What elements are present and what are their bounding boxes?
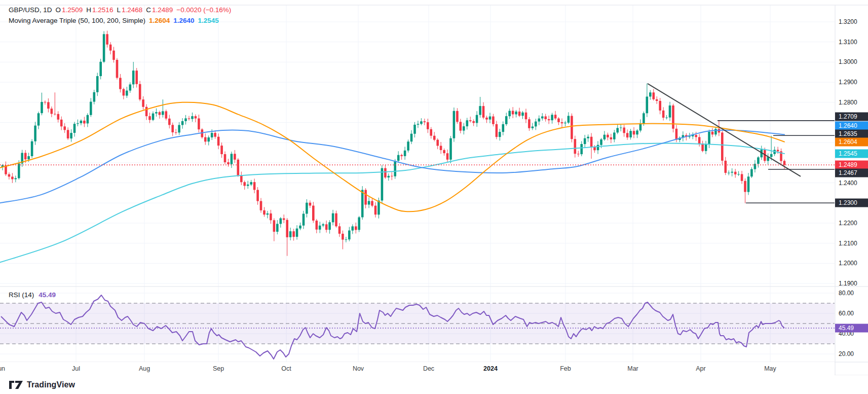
candle-up [597,145,599,151]
candle-up [508,111,511,117]
rsi-band [0,303,835,344]
candle-up [541,117,544,119]
month-label: Jun [0,365,5,372]
candle-down [123,89,125,96]
ma-legend-row[interactable]: Moving Average Triple (50, 100, 200, Sim… [9,17,231,27]
candle-down [656,99,658,101]
candle-up [152,114,155,120]
symbol-legend-row[interactable]: GBP/USD, 1D O1.2509 H1.2516 L1.2468 C1.2… [9,6,231,17]
price-tick-label: 1.3200 [839,18,857,25]
candle-down [165,111,168,118]
candle-down [195,116,197,118]
candle-up [96,76,99,92]
candle-up [247,185,249,186]
candle-up [99,62,102,76]
candle-down [283,219,285,220]
candle-up [466,120,469,126]
tradingview-brand-text[interactable]: TradingView [27,380,75,389]
chart-canvas[interactable] [0,0,868,394]
candle-down [659,101,661,111]
candle-up [728,173,730,173]
candle-up [643,113,645,123]
candle-up [191,116,194,119]
ma50-value: 1.2604 [149,17,170,24]
price-tick-label: 1.2000 [839,260,857,267]
price-axis[interactable]: 1.32001.31001.30001.29001.28001.24001.22… [835,0,868,375]
candle-down [57,114,60,120]
candle-up [413,125,416,134]
candle-up [155,112,158,114]
candle-up [211,133,213,137]
candle-up [319,226,321,230]
candle-down [525,113,527,119]
candle-down [472,121,475,123]
candle-down [292,231,295,237]
candle-down [777,150,779,152]
price-tick-label: 1.2100 [839,240,857,247]
candle-up [93,92,96,102]
candle-down [460,122,462,130]
candle-up [207,137,210,141]
candle-down [60,120,63,127]
candle-up [184,118,187,121]
candle-up [669,105,671,118]
time-axis[interactable]: JunJulAugSepOctNovDec2024FebMarAprMay [0,362,835,375]
candle-down [237,160,240,175]
candle-up [280,219,282,224]
rsi-legend-row[interactable]: RSI (14) 45.49 [9,291,56,299]
candle-up [505,116,508,124]
candle-up [77,123,79,124]
candle-up [37,113,40,125]
candle-down [623,128,625,133]
candle-up [381,168,384,201]
candle-up [103,34,105,62]
candle-down [364,190,367,205]
candle-up [770,154,773,157]
candle-down [711,132,714,135]
candle-up [551,115,553,120]
candle-up [27,156,30,159]
candle-up [564,123,567,123]
ohlc-low: L1.2468 [117,6,142,14]
candle-down [548,119,550,120]
candle-up [345,239,348,240]
candle-down [607,135,609,137]
month-label: Apr [696,365,705,372]
price-tick-label: 1.2200 [839,220,857,227]
candle-down [485,118,488,120]
price-label-badge: 1.2604 [835,138,868,147]
candle-down [171,125,174,132]
candle-up [358,218,360,230]
candle-up [328,222,331,230]
candle-down [433,136,436,140]
candle-up [502,124,505,132]
candle-down [83,121,86,124]
candle-down [234,154,236,160]
candle-down [253,182,256,190]
candle-up [231,154,233,164]
candle-up [616,128,619,132]
candle-down [44,102,47,102]
month-label: Mar [627,365,638,372]
candle-down [54,114,56,115]
candle-up [129,85,132,91]
candle-up [737,174,740,174]
candle-up [348,231,351,240]
candle-down [263,210,266,214]
candle-up [453,111,456,138]
candle-down [342,234,344,240]
candle-down [145,107,148,116]
candle-up [731,172,733,173]
candle-up [603,135,606,139]
candle-down [8,174,11,177]
candle-down [63,126,66,130]
rsi-indicator-title: RSI (14) [9,291,34,299]
candle-down [106,34,108,45]
candle-down [571,116,573,139]
month-label: Nov [353,365,364,372]
price-tick-label: 1.2900 [839,79,857,86]
tradingview-logo-icon[interactable] [9,380,23,389]
candle-up [538,119,541,122]
candle-up [584,138,586,144]
candle-up [620,128,622,128]
